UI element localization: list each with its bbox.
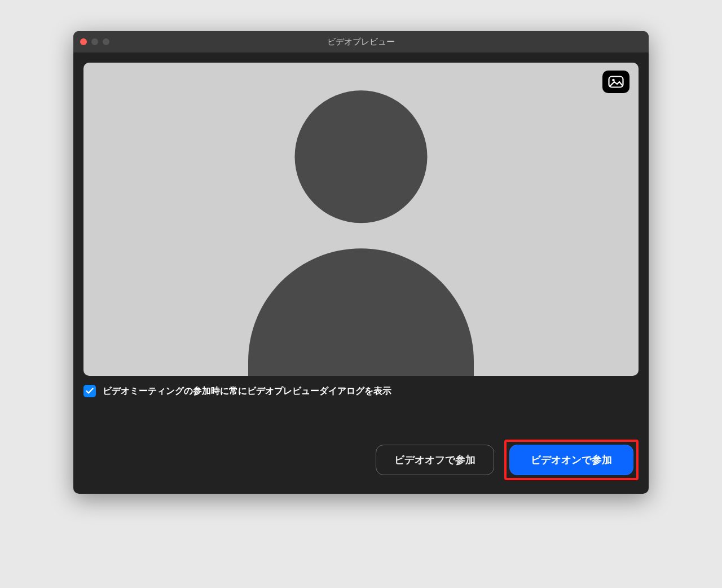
join-with-video-label: ビデオオンで参加 [531,453,612,467]
join-with-video-button[interactable]: ビデオオンで参加 [509,445,633,475]
close-window-button[interactable] [80,38,87,45]
dialog-content: ビデオミーティングの参加時に常にビデオプレビューダイアログを表示 ビデオオフで参… [73,52,649,494]
video-preview-dialog: ビデオプレビュー [73,31,649,494]
check-icon [86,388,94,394]
svg-point-1 [612,79,615,82]
maximize-window-button[interactable] [103,38,109,45]
action-buttons-row: ビデオオフで参加 ビデオオンで参加 [83,440,639,480]
minimize-window-button[interactable] [91,38,98,45]
avatar-head-icon [295,90,428,223]
avatar-placeholder [214,90,508,376]
always-show-preview-checkbox[interactable] [83,385,96,397]
traffic-lights [80,38,109,45]
titlebar: ビデオプレビュー [73,31,649,52]
background-settings-button[interactable] [602,71,629,93]
join-with-video-highlight: ビデオオンで参加 [504,440,639,480]
window-title: ビデオプレビュー [73,37,649,47]
join-without-video-button[interactable]: ビデオオフで参加 [376,445,494,475]
video-preview-area [83,63,639,376]
always-show-preview-label: ビデオミーティングの参加時に常にビデオプレビューダイアログを表示 [103,385,391,397]
image-icon [608,76,624,88]
always-show-preview-row: ビデオミーティングの参加時に常にビデオプレビューダイアログを表示 [83,385,639,397]
join-without-video-label: ビデオオフで参加 [394,453,476,467]
avatar-body-icon [248,248,474,376]
